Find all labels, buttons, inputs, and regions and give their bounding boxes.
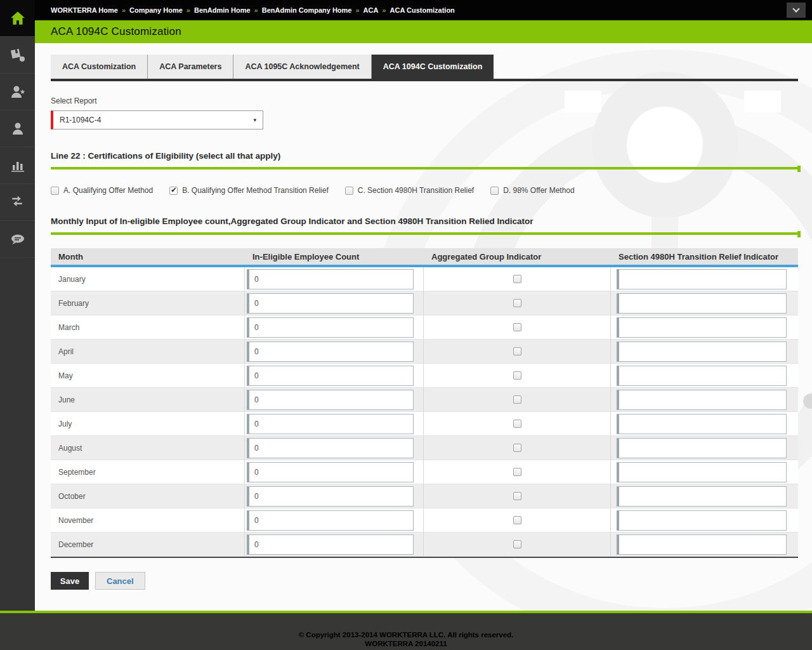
checkbox-label: B. Qualifying Offer Method Transition Re… (182, 186, 329, 195)
cancel-button[interactable]: Cancel (95, 572, 145, 590)
aggregated-group-checkbox[interactable] (513, 323, 521, 331)
breadcrumb-item[interactable]: ACA Customization (390, 6, 455, 14)
footer: © Copyright 2013-2014 WORKTERRA LLC. All… (0, 611, 812, 650)
sidebar-item-transfer[interactable] (0, 184, 35, 221)
checkbox[interactable] (169, 187, 178, 195)
aggregated-group-checkbox[interactable] (513, 299, 521, 307)
report-select-value: R1-1094C-4 (60, 116, 101, 124)
transition-relief-input[interactable] (617, 462, 787, 482)
tab-aca-customization[interactable]: ACA Customization (51, 55, 148, 79)
breadcrumb: WORKTERRA Home»Company Home»BenAdmin Hom… (51, 6, 455, 14)
aggregated-group-checkbox[interactable] (513, 275, 521, 283)
line22-options: A. Qualifying Offer Method B. Qualifying… (51, 186, 798, 195)
transition-relief-input[interactable] (617, 390, 787, 410)
breadcrumb-item[interactable]: Company Home (129, 6, 183, 14)
breadcrumb-item[interactable]: WORKTERRA Home (51, 6, 118, 14)
ineligible-count-input[interactable] (247, 534, 414, 555)
chat-bubble-icon (9, 231, 27, 248)
month-label: March (58, 323, 79, 332)
transfer-arrows-icon (10, 194, 26, 211)
aggregated-group-checkbox[interactable] (513, 468, 521, 476)
sidebar-item-reports[interactable] (0, 147, 35, 184)
breadcrumb-separator: » (254, 6, 258, 14)
aggregated-group-checkbox[interactable] (513, 371, 521, 380)
page-title: ACA 1094C Customization (51, 25, 181, 38)
sidebar-item-home[interactable] (0, 0, 35, 37)
aggregated-group-checkbox[interactable] (513, 516, 521, 524)
checkbox[interactable] (51, 187, 59, 195)
ineligible-count-input[interactable] (247, 510, 414, 531)
sidebar-item-user-admin[interactable] (0, 74, 35, 110)
sidebar-item-messages[interactable] (0, 221, 35, 258)
breadcrumb-item[interactable]: BenAdmin Home (194, 6, 251, 14)
aggregated-group-checkbox[interactable] (513, 420, 521, 428)
monthly-heading: Monthly Input of In-eligible Employee co… (51, 216, 798, 226)
ineligible-count-input[interactable] (247, 390, 414, 410)
transition-relief-input[interactable] (617, 366, 787, 386)
transition-relief-input[interactable] (617, 438, 787, 458)
breadcrumb-separator: » (187, 6, 190, 14)
line22-option[interactable]: D. 98% Offer Method (490, 186, 575, 195)
table-row: December (51, 533, 798, 557)
ineligible-count-input[interactable] (247, 414, 414, 434)
footer-version: WORKTERRA 20140211 (0, 639, 812, 648)
table-row: April (51, 340, 798, 364)
sidebar-item-modules[interactable] (0, 37, 35, 74)
breadcrumb-item[interactable]: ACA (363, 6, 379, 14)
transition-relief-input[interactable] (617, 534, 787, 555)
table-row: August (51, 436, 798, 460)
checkbox[interactable] (345, 187, 353, 195)
col-header-count: In-Eligible Employee Count (245, 252, 424, 262)
tab-aca-1094c-customization[interactable]: ACA 1094C Customization (372, 55, 494, 79)
ineligible-count-input[interactable] (247, 317, 414, 338)
line22-option[interactable]: C. Section 4980H Transition Relief (345, 186, 474, 195)
monthly-table: Month In-Eligible Employee Count Aggrega… (51, 248, 798, 558)
sidebar-item-user[interactable] (0, 110, 35, 147)
user-star-icon (9, 84, 27, 100)
user-icon (10, 121, 26, 137)
line22-option[interactable]: A. Qualifying Offer Method (51, 186, 153, 195)
aggregated-group-checkbox[interactable] (513, 395, 521, 404)
aggregated-group-checkbox[interactable] (513, 540, 521, 548)
month-label: February (58, 299, 89, 308)
checkbox-label: A. Qualifying Offer Method (63, 186, 153, 195)
tab-aca-1095c-acknowledgement[interactable]: ACA 1095C Acknowledgement (233, 55, 371, 79)
table-row: March (51, 315, 798, 340)
breadcrumb-item[interactable]: BenAdmin Company Home (262, 6, 352, 14)
month-label: November (58, 516, 93, 525)
ineligible-count-input[interactable] (247, 269, 414, 289)
transition-relief-input[interactable] (617, 317, 787, 338)
transition-relief-input[interactable] (617, 293, 787, 314)
ineligible-count-input[interactable] (247, 486, 414, 507)
ineligible-count-input[interactable] (247, 342, 414, 362)
puzzle-modules-icon (10, 47, 26, 63)
page-header: ACA 1094C Customization (35, 20, 812, 43)
transition-relief-input[interactable] (617, 414, 787, 434)
ineligible-count-input[interactable] (247, 462, 414, 482)
table-row: September (51, 460, 798, 484)
ineligible-count-input[interactable] (247, 438, 414, 458)
ineligible-count-input[interactable] (247, 293, 414, 314)
month-label: May (58, 371, 73, 380)
aggregated-group-checkbox[interactable] (513, 347, 521, 355)
month-label: January (58, 275, 86, 284)
transition-relief-input[interactable] (617, 510, 787, 531)
transition-relief-input[interactable] (617, 269, 787, 289)
aggregated-group-checkbox[interactable] (513, 444, 521, 452)
month-rows: January February March April May June Ju… (51, 267, 798, 557)
sidebar (0, 0, 35, 611)
table-row: May (51, 364, 798, 388)
transition-relief-input[interactable] (617, 486, 787, 507)
chevron-down-icon (792, 5, 799, 12)
aggregated-group-checkbox[interactable] (513, 492, 521, 500)
month-label: July (58, 420, 72, 428)
report-select[interactable]: R1-1094C-4 ▾ (51, 110, 263, 129)
ineligible-count-input[interactable] (247, 366, 414, 386)
checkbox[interactable] (490, 187, 499, 195)
tab-aca-parameters[interactable]: ACA Parameters (148, 55, 233, 79)
topbar-collapse-button[interactable] (787, 3, 806, 18)
month-label: April (58, 347, 74, 356)
line22-option[interactable]: B. Qualifying Offer Method Transition Re… (169, 186, 329, 195)
transition-relief-input[interactable] (617, 342, 787, 362)
save-button[interactable]: Save (51, 572, 89, 590)
